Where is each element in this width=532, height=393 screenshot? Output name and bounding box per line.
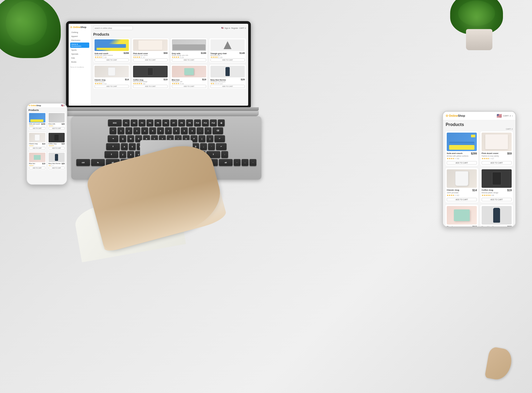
key-bracket-l[interactable]: [ (199, 135, 205, 142)
sidebar-item-apparel[interactable]: Apparel (70, 35, 89, 38)
key-esc[interactable]: ESC (108, 119, 122, 126)
tablet-btn-duvet[interactable]: ADD TO CART (482, 161, 512, 165)
tablet-product-row-duvet: Pink duvet cover $59 (482, 152, 512, 155)
sidebar-item-electronics[interactable]: Electronics (70, 39, 89, 42)
tablet-name-classic-mug: Classic mug (447, 189, 459, 191)
phone-btn-blue-box[interactable]: ADD TO CART (29, 167, 45, 169)
phone-header-right: 🇺🇸 2 (61, 104, 65, 107)
tablet-btn-classic-mug[interactable]: ADD TO CART (447, 198, 477, 201)
sidebar-item-specials[interactable]: Specials (70, 52, 89, 56)
key-f1[interactable]: F1 (123, 119, 130, 126)
key-f7[interactable]: F7 (170, 119, 177, 126)
key-3[interactable]: 3 (133, 127, 140, 134)
sidebar-item-clothing[interactable]: Clothing (70, 31, 89, 34)
phone-btn-coffee-mug[interactable]: ADD TO CART (49, 147, 65, 149)
key-w[interactable]: W (127, 135, 134, 142)
key-return2[interactable]: ↵ (216, 143, 227, 150)
key-down[interactable]: ↓ (242, 159, 248, 166)
add-to-cart-coffee-mug[interactable]: ADD TO CART (133, 85, 167, 88)
phone-btn-grey-sofa[interactable]: ADD TO CART (49, 127, 65, 130)
phone-btn-navy-thermo[interactable]: ADD TO CART (49, 167, 65, 169)
tablet-img-blue-box (447, 206, 477, 224)
tablet-cart-info: CART: 2 (443, 128, 515, 131)
key-f10[interactable]: F10 (194, 119, 201, 126)
sign-in-link[interactable]: Sign in (225, 27, 230, 29)
product-name-sofa: Sofa and couch (95, 53, 108, 54)
key-f5[interactable]: F5 (154, 119, 161, 126)
key-fn[interactable]: fn (91, 159, 105, 166)
key-tab[interactable]: ⇥ (108, 135, 118, 142)
key-1[interactable]: 1 (117, 127, 124, 134)
cart-label[interactable]: CART: 2 (239, 27, 246, 29)
key-ctrl-l[interactable]: ctrl (76, 159, 90, 166)
tablet-btn-coffee-mug[interactable]: ADD TO CART (482, 198, 512, 201)
key-left[interactable]: ← (234, 159, 241, 166)
key-f3[interactable]: F3 (139, 119, 145, 126)
product-card-sofa: Sofa and couch $299 All blue with yellow… (93, 38, 130, 63)
key-f2[interactable]: F2 (131, 119, 138, 126)
tablet-cart-btn[interactable]: CART: 2 (503, 115, 511, 117)
tablet-back-icon[interactable]: ‹ (512, 114, 513, 117)
key-5[interactable]: 5 (149, 127, 156, 134)
key-f11[interactable]: F11 (202, 119, 209, 126)
key-shift-l[interactable]: ⇧ (105, 151, 118, 158)
keyboard-row-fn: ESC F1 F2 F3 F4 F5 F6 F7 F8 F9 F10 F11 F… (74, 119, 258, 126)
key-quote[interactable]: ' (208, 143, 215, 150)
key-equals[interactable]: = (205, 127, 211, 134)
key-z[interactable]: Z (119, 151, 126, 158)
sidebar-item-books[interactable]: Books (70, 60, 89, 64)
key-f6[interactable]: F6 (162, 119, 169, 126)
key-backtick[interactable]: º (110, 127, 116, 134)
register-link[interactable]: Register (231, 27, 238, 29)
phone-img-coffee-mug (49, 133, 65, 142)
tablet-btn-sofa[interactable]: ADD TO CART (447, 161, 477, 165)
key-up[interactable]: ↑ (221, 151, 228, 158)
product-card-coffee-mug: Coffee mug $19 Minimal plastic design ★★… (132, 64, 169, 89)
key-0[interactable]: 0 (189, 127, 196, 134)
key-q[interactable]: Q (119, 135, 126, 142)
tablet-product-row-blue-box: Blue box $19 (447, 226, 477, 226)
key-8[interactable]: 8 (173, 127, 180, 134)
key-power[interactable]: ⏻ (218, 119, 225, 126)
add-to-cart-navy-thermo[interactable]: ADD TO CART (210, 85, 245, 88)
key-2[interactable]: 2 (125, 127, 132, 134)
sidebar-item-kids[interactable]: Kids (70, 56, 89, 60)
laptop-search-input[interactable] (93, 26, 133, 30)
phone-product-sofa: Sofa and couch $299 ★★★★★ ADD TO CART (28, 112, 46, 131)
sidebar-item-home[interactable]: Home & Accessories (70, 43, 89, 48)
add-to-cart-chair[interactable]: ADD TO CART (210, 58, 245, 62)
key-f8[interactable]: F8 (178, 119, 185, 126)
key-return[interactable]: ↵ (214, 135, 225, 142)
key-4[interactable]: 4 (141, 127, 148, 134)
phone-name-coffee-mug: Coffee mug (49, 143, 57, 145)
add-to-cart-grey-sofa[interactable]: ADD TO CART (172, 58, 206, 62)
add-to-cart-blue-box[interactable]: ADD TO CART (172, 85, 206, 88)
product-name-classic-mug: Classic mug (95, 79, 105, 81)
key-semicolon[interactable]: ; (200, 143, 207, 150)
key-right[interactable]: → (249, 159, 256, 166)
key-minus[interactable]: - (197, 127, 204, 134)
phone-btn-sofa[interactable]: ADD TO CART (29, 127, 45, 130)
product-rating-blue-box: ★★★★★ 4.5 (172, 82, 206, 85)
key-caps[interactable]: ⇪ (106, 143, 120, 150)
plant-left (0, 0, 66, 63)
key-9[interactable]: 9 (181, 127, 188, 134)
key-f9[interactable]: F9 (186, 119, 193, 126)
tablet-img-navy-thermo (482, 206, 512, 224)
add-to-cart-sofa[interactable]: ADD TO CART (95, 58, 129, 62)
key-backspace[interactable]: ⌫ (213, 127, 223, 134)
add-to-cart-classic-mug[interactable]: ADD TO CART (95, 85, 129, 88)
key-x[interactable]: X (127, 151, 134, 158)
key-7[interactable]: 7 (165, 127, 172, 134)
key-bracket-r[interactable]: ] (206, 135, 213, 142)
phone-btn-classic-mug[interactable]: ADD TO CART (29, 147, 45, 149)
key-a[interactable]: A (121, 143, 128, 150)
key-s[interactable]: S (129, 143, 136, 150)
key-6[interactable]: 6 (157, 127, 164, 134)
sidebar-item-sports[interactable]: Sports (70, 48, 89, 52)
key-f12[interactable]: F12 (210, 119, 217, 126)
key-f4[interactable]: F4 (147, 119, 153, 126)
add-to-cart-duvet[interactable]: ADD TO CART (133, 58, 167, 62)
key-alt-r[interactable]: alt (219, 159, 233, 166)
product-price-duvet: $59 (163, 52, 167, 54)
